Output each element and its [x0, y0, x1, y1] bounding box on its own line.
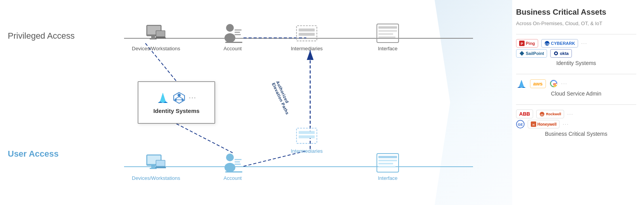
cloud-section-dots: ··· [561, 81, 568, 86]
svg-rect-44 [156, 161, 165, 166]
azure-logo [516, 79, 527, 88]
user-account-node: Account [221, 153, 244, 181]
svg-rect-15 [235, 29, 242, 31]
sailpoint-logo: SailPoint [516, 49, 547, 58]
user-device-icon [144, 153, 167, 173]
svg-marker-71 [519, 80, 524, 88]
panel-subtitle: Across On-Premises, Cloud, OT, & IoT [516, 20, 636, 26]
business-dots-1: ··· [567, 111, 573, 117]
svg-point-33 [178, 94, 181, 97]
svg-line-1 [176, 124, 233, 153]
svg-rect-11 [156, 31, 165, 36]
svg-rect-58 [378, 163, 393, 164]
priv-interface-label: Interface [378, 46, 398, 51]
svg-rect-8 [151, 36, 155, 38]
svg-text:P: P [521, 42, 523, 46]
svg-rect-23 [378, 26, 397, 29]
ping-logo: P Ping [516, 39, 538, 48]
user-intermediaries-label: Intermediaries [291, 148, 323, 154]
identity-systems-section: P Ping CA CYBERARK ··· SailPoint [516, 39, 636, 66]
divider-2 [516, 74, 636, 74]
privileged-access-label: Privileged Access [8, 31, 74, 41]
user-interface-label: Interface [378, 175, 398, 181]
main-container: Privileged Access User Access [0, 0, 644, 205]
priv-interface-node: Interface [376, 23, 399, 51]
svg-rect-17 [235, 34, 241, 35]
svg-point-66 [555, 53, 557, 55]
user-intermediaries-node: Intermediaries [291, 126, 323, 154]
connection-lines [0, 0, 512, 205]
priv-account-node: Account [221, 23, 244, 51]
honeywell-logo: H Honeywell [528, 120, 559, 128]
svg-rect-25 [378, 33, 393, 35]
cloud-admin-panel-label: Cloud Service Admin [516, 91, 636, 97]
svg-line-37 [179, 97, 183, 99]
cloud-admin-section: aws ··· Cloud Service Admin [516, 79, 636, 97]
svg-rect-24 [378, 30, 397, 32]
svg-rect-54 [299, 135, 315, 138]
aws-logo: aws [530, 79, 546, 88]
svg-rect-12 [155, 38, 166, 39]
priv-account-label: Account [224, 46, 242, 51]
user-device-label: Devices/Workstations [132, 175, 180, 181]
identity-box-label: Identity Systems [153, 108, 199, 114]
priv-device-icon [144, 23, 167, 43]
identity-systems-panel-label: Identity Systems [516, 60, 636, 66]
identity-logos-row: P Ping CA CYBERARK ··· [516, 39, 636, 48]
priv-device-label: Devices/Workstations [132, 46, 180, 51]
svg-rect-50 [235, 164, 241, 165]
identity-box-dots: ··· [189, 94, 196, 101]
priv-device-node: Devices/Workstations [132, 23, 180, 51]
user-interface-node: Interface [376, 153, 399, 181]
priv-intermediaries-node: Intermediaries [291, 23, 323, 51]
user-access-label: User Access [8, 149, 59, 159]
divider-1 [516, 34, 636, 34]
svg-rect-57 [378, 160, 397, 161]
priv-intermediaries-icon [295, 23, 318, 43]
svg-marker-64 [520, 51, 524, 56]
user-account-icon [221, 153, 244, 173]
user-interface-icon [376, 153, 399, 173]
svg-rect-18 [225, 42, 242, 43]
svg-rect-45 [155, 167, 166, 168]
user-device-node: Devices/Workstations [132, 153, 180, 181]
identity-section-dots: ··· [581, 41, 587, 46]
elevation-paths-label: Authorized Elevation Paths [271, 80, 294, 115]
priv-account-icon [221, 23, 244, 43]
svg-rect-21 [299, 33, 315, 36]
identity-icon [173, 91, 186, 104]
svg-text:RA: RA [541, 113, 544, 116]
svg-line-36 [176, 97, 179, 99]
identity-box-icons: ··· [156, 91, 196, 104]
divider-3 [516, 104, 636, 105]
svg-text:CA: CA [545, 43, 549, 45]
user-account-label: Account [224, 175, 242, 181]
identity-systems-box: ··· Identity Systems [138, 81, 215, 124]
business-dots-2: ··· [563, 121, 569, 127]
svg-point-47 [224, 163, 235, 172]
svg-point-34 [174, 99, 177, 101]
svg-text:GE: GE [518, 123, 523, 126]
svg-rect-56 [378, 156, 397, 158]
diagram-area: Privileged Access User Access [0, 0, 512, 205]
right-panel: Business Critical Assets Across On-Premi… [512, 0, 644, 205]
rockwell-logo: RA Rockwell [536, 110, 564, 118]
svg-rect-20 [299, 29, 315, 32]
ge-logo: GE [516, 120, 525, 128]
svg-rect-16 [235, 32, 240, 33]
svg-rect-41 [151, 166, 155, 168]
azure-icon [156, 91, 169, 104]
svg-point-13 [226, 24, 234, 32]
svg-rect-51 [225, 171, 242, 173]
svg-text:H: H [532, 123, 534, 126]
svg-point-35 [181, 99, 184, 101]
svg-rect-26 [378, 36, 395, 38]
user-intermediaries-icon [295, 126, 318, 146]
priv-interface-icon [376, 23, 399, 43]
svg-marker-31 [160, 93, 166, 103]
business-logos-row-2: GE H Honeywell ··· [516, 120, 636, 128]
cyberark-logo: CA CYBERARK [541, 39, 578, 48]
svg-rect-53 [299, 131, 315, 134]
svg-rect-59 [378, 166, 395, 167]
svg-rect-49 [235, 161, 240, 162]
